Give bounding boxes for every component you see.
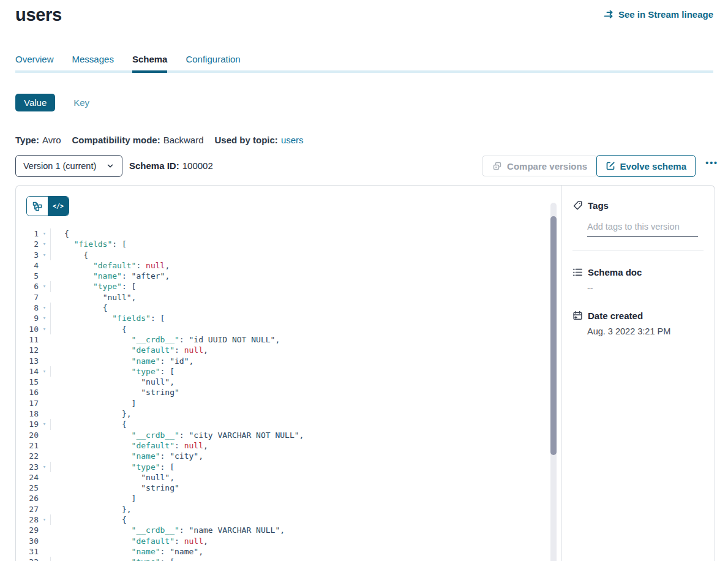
tags-heading-label: Tags [588,200,609,211]
code-text: { [51,419,127,429]
schema-meta-row: Type:Avro Compatibility mode:Backward Us… [15,135,304,145]
editor-scrollbar-thumb[interactable] [550,216,557,455]
stream-lineage-link[interactable]: See in Stream lineage [604,9,713,20]
date-created-value: Aug. 3 2022 3:21 PM [587,326,704,336]
fold-toggle-icon[interactable]: ▾ [39,462,51,472]
code-line: 20 "__crdb__": "city VARCHAR NOT NULL", [16,430,547,440]
code-line: 25 "string" [16,483,547,493]
compat-field: Compatibility mode:Backward [72,135,203,145]
tab-messages[interactable]: Messages [72,54,114,73]
schema-doc-heading: Schema doc [572,267,704,277]
line-number: 14 [16,366,39,377]
line-number: 25 [16,483,39,493]
line-number: 11 [16,334,39,345]
code-text: "string" [51,483,179,493]
code-line: 18 }, [16,409,547,419]
code-line: 12 "default": null, [16,345,547,355]
code-text: "default": null, [51,345,208,355]
fold-toggle-icon[interactable]: ▾ [39,366,51,377]
tab-overview[interactable]: Overview [15,54,54,73]
code-line: 11 "__crdb__": "id UUID NOT NULL", [16,334,547,345]
code-line: 19▾ { [16,419,547,429]
fold-toggle-icon[interactable]: ▾ [39,557,51,561]
version-select[interactable]: Version 1 (current) [15,155,122,177]
fold-toggle-icon[interactable]: ▾ [39,228,51,239]
schema-doc-heading-label: Schema doc [588,267,642,277]
line-number: 17 [16,398,39,409]
code-text: ] [51,398,136,409]
fold-toggle-icon[interactable]: ▾ [39,419,51,429]
code-view-button[interactable]: </> [48,197,69,216]
chevron-down-icon [106,162,114,170]
code-line: 16 "string" [16,387,547,397]
version-select-value: Version 1 (current) [23,161,96,171]
code-text: "fields": [ [51,239,127,249]
compare-versions-button[interactable]: Compare versions [482,156,598,176]
fold-toggle-icon[interactable]: ▾ [39,324,51,334]
code-text: { [51,303,107,313]
fold-toggle-icon[interactable]: ▾ [39,250,51,260]
code-text: "default": null, [51,536,208,546]
line-number: 32 [16,557,39,561]
value-toggle-button[interactable]: Value [15,94,55,111]
code-text: { [51,228,69,239]
fold-toggle-icon[interactable]: ▾ [39,303,51,313]
fold-toggle-icon[interactable]: ▾ [39,239,51,249]
code-text: "name": "name", [51,546,203,557]
code-line: 21 "default": null, [16,440,547,451]
line-number: 18 [16,409,39,419]
schema-doc-section: Schema doc -- [572,267,704,293]
stream-lineage-icon [604,10,614,19]
fold-toggle-icon[interactable]: ▾ [39,514,51,525]
date-created-section: Date created Aug. 3 2022 3:21 PM [572,311,704,336]
code-text: { [51,324,127,334]
schema-id-value: 100002 [182,160,213,171]
tree-view-icon [32,201,42,211]
line-number: 5 [16,271,39,281]
line-number: 2 [16,239,39,249]
line-number: 12 [16,345,39,355]
line-number: 13 [16,356,39,366]
tab-schema[interactable]: Schema [132,54,168,73]
line-number: 8 [16,303,39,313]
fold-toggle-icon[interactable]: ▾ [39,281,51,292]
code-line: 8▾ { [16,303,547,313]
code-line: 5 "name": "after", [16,271,547,281]
compare-versions-icon [492,161,502,171]
code-line: 32▾ "type": [ [16,557,547,561]
tags-input[interactable] [587,220,698,237]
tree-view-button[interactable] [27,197,48,216]
code-line: 26 ] [16,493,547,503]
code-text: }, [51,504,132,514]
code-line: 30 "default": null, [16,536,547,546]
evolve-schema-label: Evolve schema [620,161,686,171]
page-title: users [15,5,62,25]
line-number: 30 [16,536,39,546]
editor-scrollbar-track[interactable] [550,203,557,561]
code-line: 17 ] [16,398,547,409]
line-number: 24 [16,472,39,483]
fold-toggle-icon[interactable]: ▾ [39,313,51,323]
line-number: 15 [16,377,39,387]
code-line: 24 "null", [16,472,547,483]
line-number: 9 [16,313,39,323]
schema-panel: </> 1▾{2▾ "fields": [3▾ {4 "default": nu… [15,185,715,561]
topic-link[interactable]: users [281,135,304,145]
evolve-schema-button[interactable]: Evolve schema [596,155,696,177]
code-text: { [51,250,88,260]
line-number: 31 [16,546,39,557]
tab-configuration[interactable]: Configuration [186,54,240,73]
line-number: 28 [16,514,39,525]
code-text: "type": [ [51,462,174,472]
line-number: 20 [16,430,39,440]
more-actions-button[interactable]: ••• [705,158,718,168]
code-line: 7 "null", [16,292,547,303]
tag-icon [572,200,583,211]
edit-icon [606,161,615,171]
key-toggle-button[interactable]: Key [73,97,89,108]
line-number: 10 [16,324,39,334]
line-number: 21 [16,440,39,451]
code-text: ] [51,493,136,503]
code-text: "type": [ [51,557,174,561]
compat-label: Compatibility mode: [72,135,160,145]
